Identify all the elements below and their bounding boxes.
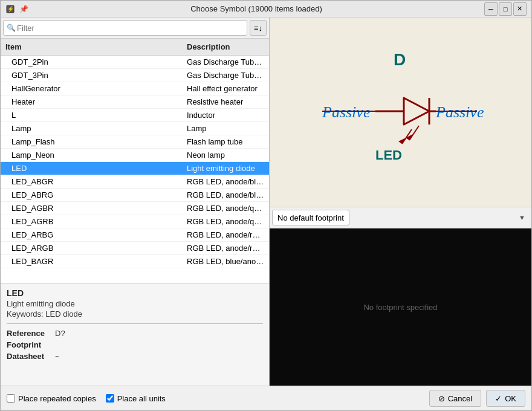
minimize-button[interactable]: ─: [484, 2, 498, 16]
footprint-row: Footprint: [7, 340, 263, 349]
table-row[interactable]: LInductor: [1, 109, 269, 122]
footprint-select[interactable]: No default footprint: [272, 210, 349, 225]
table-body[interactable]: GDT_2PinGas Discharge Tube w...GDT_3PinG…: [1, 56, 269, 283]
place-all-units-label[interactable]: Place all units: [106, 394, 166, 403]
table-row[interactable]: LED_ABGRRGB LED, anode/blue...: [1, 175, 269, 189]
cancel-icon: ⊘: [438, 394, 445, 403]
table-row[interactable]: GDT_3PinGas Discharge Tube w...: [1, 69, 269, 82]
table-row[interactable]: HeaterResistive heater: [1, 95, 269, 109]
table-row[interactable]: HallGeneratorHall effect generator: [1, 82, 269, 95]
no-footprint-text: No footprint specified: [363, 303, 437, 312]
cell-item: LED: [1, 162, 182, 175]
place-repeated-copies-text: Place repeated copies: [18, 394, 96, 403]
search-input[interactable]: [3, 20, 247, 36]
datasheet-row: Datasheet ~: [7, 352, 263, 361]
table-row[interactable]: LED_ABRGRGB LED, anode/blue...: [1, 189, 269, 202]
cell-desc: Flash lamp tube: [182, 135, 269, 148]
cell-item: LED_ABRG: [1, 189, 182, 201]
cell-desc: RGB LED, anode/blue...: [182, 189, 269, 201]
window-title: Choose Symbol (19000 items loaded): [190, 4, 322, 13]
ok-label: OK: [505, 394, 516, 403]
footprint-preview: No footprint specified: [270, 228, 531, 386]
datasheet-value: ~: [55, 352, 60, 361]
cell-item: LED_ARBG: [1, 228, 182, 241]
reference-label: Reference: [7, 329, 55, 338]
ok-button[interactable]: ✓ OK: [486, 390, 525, 407]
main-window: ⚡ 📌 Choose Symbol (19000 items loaded) ─…: [0, 0, 532, 411]
cell-desc: Light emitting diode: [182, 162, 269, 175]
reference-row: Reference D?: [7, 329, 263, 338]
maximize-button[interactable]: □: [499, 2, 512, 16]
cell-item: GDT_3Pin: [1, 69, 182, 82]
cell-desc: RGB LED, anode/qree...: [182, 215, 269, 228]
table-row[interactable]: LED_BAGRRGB LED, blue/anode...: [1, 255, 269, 268]
cell-item: LED_AGRB: [1, 215, 182, 228]
filter-options-icon: ≡↓: [254, 24, 262, 33]
filter-options-button[interactable]: ≡↓: [250, 20, 267, 36]
table-row[interactable]: LampLamp: [1, 122, 269, 135]
place-repeated-copies-label[interactable]: Place repeated copies: [7, 394, 96, 403]
svg-text:⚡: ⚡: [7, 5, 15, 13]
table-row[interactable]: LED_ARGBRGB LED, anode/red/...: [1, 242, 269, 255]
cell-item: Lamp_Flash: [1, 135, 182, 148]
close-button[interactable]: ✕: [513, 2, 527, 16]
cancel-button[interactable]: ⊘ Cancel: [429, 390, 481, 407]
cell-desc: Resistive heater: [182, 95, 269, 108]
cell-item: LED_AGBR: [1, 202, 182, 215]
col-item-header: Item: [1, 41, 182, 53]
cell-item: LED_ABGR: [1, 175, 182, 188]
cell-desc: Gas Discharge Tube w...: [182, 56, 269, 68]
cell-desc: RGB LED, anode/red/...: [182, 242, 269, 254]
cell-item: Lamp: [1, 122, 182, 135]
footprint-select-row: No default footprint ▼: [270, 207, 531, 228]
cell-desc: RGB LED, anode/blue...: [182, 175, 269, 188]
cell-desc: RGB LED, anode/red/...: [182, 228, 269, 241]
table-header: Item Description: [1, 39, 269, 56]
search-input-wrapper: 🔍: [3, 20, 247, 36]
cell-item: HallGenerator: [1, 82, 182, 95]
cell-desc: Neon lamp: [182, 149, 269, 161]
info-panel: LED Light emitting diode Keywords: LED d…: [1, 283, 269, 386]
symbol-preview: Passive Passive D LED: [270, 18, 531, 207]
table-row[interactable]: Lamp_NeonNeon lamp: [1, 149, 269, 162]
cell-item: Heater: [1, 95, 182, 108]
datasheet-label: Datasheet: [7, 352, 55, 361]
footprint-select-wrapper: No default footprint ▼: [272, 210, 529, 225]
cell-desc: Lamp: [182, 122, 269, 135]
place-all-units-checkbox[interactable]: [106, 394, 114, 403]
search-bar: 🔍 ≡↓: [1, 18, 269, 39]
dropdown-arrow-icon: ▼: [519, 214, 525, 221]
bottom-left: Place repeated copies Place all units: [7, 394, 166, 403]
cell-item: GDT_2Pin: [1, 56, 182, 68]
place-all-units-text: Place all units: [117, 394, 166, 403]
svg-marker-8: [404, 98, 429, 125]
table-row[interactable]: LED_AGRBRGB LED, anode/qree...: [1, 215, 269, 228]
place-repeated-copies-checkbox[interactable]: [7, 394, 15, 403]
cell-item: LED_ARGB: [1, 242, 182, 254]
svg-line-12: [409, 126, 419, 140]
cell-item: LED_BAGR: [1, 255, 182, 268]
title-bar-left: ⚡ 📌: [5, 4, 28, 14]
cell-desc: Hall effect generator: [182, 82, 269, 95]
pin-icon: 📌: [19, 4, 28, 14]
table-row[interactable]: GDT_2PinGas Discharge Tube w...: [1, 56, 269, 69]
bottom-bar: Place repeated copies Place all units ⊘ …: [1, 386, 531, 410]
table-row[interactable]: Lamp_FlashFlash lamp tube: [1, 135, 269, 149]
right-panel: Passive Passive D LED: [270, 18, 531, 386]
ok-icon: ✓: [495, 394, 502, 403]
svg-text:Passive: Passive: [435, 103, 484, 121]
app-icon: ⚡: [5, 4, 15, 14]
led-svg: Passive Passive D LED: [286, 40, 516, 185]
selected-item-description: Light emitting diode: [7, 299, 263, 308]
cell-item: Lamp_Neon: [1, 149, 182, 161]
col-desc-header: Description: [182, 41, 269, 53]
title-bar: ⚡ 📌 Choose Symbol (19000 items loaded) ─…: [1, 1, 531, 18]
title-bar-controls: ─ □ ✕: [484, 2, 527, 16]
table-row[interactable]: LED_ARBGRGB LED, anode/red/...: [1, 228, 269, 242]
bottom-right: ⊘ Cancel ✓ OK: [429, 390, 525, 407]
main-content: 🔍 ≡↓ Item Description GDT_2PinGas Discha…: [1, 18, 531, 386]
table-row[interactable]: LEDLight emitting diode: [1, 162, 269, 175]
table-row[interactable]: LED_AGBRRGB LED, anode/qree...: [1, 202, 269, 215]
svg-text:D: D: [394, 50, 406, 69]
cell-item: L: [1, 109, 182, 121]
